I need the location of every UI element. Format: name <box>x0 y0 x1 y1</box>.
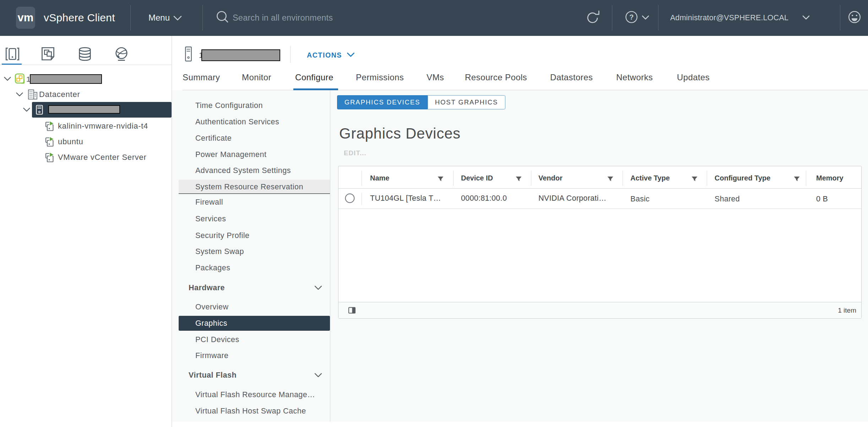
svg-text:?: ? <box>629 13 634 21</box>
